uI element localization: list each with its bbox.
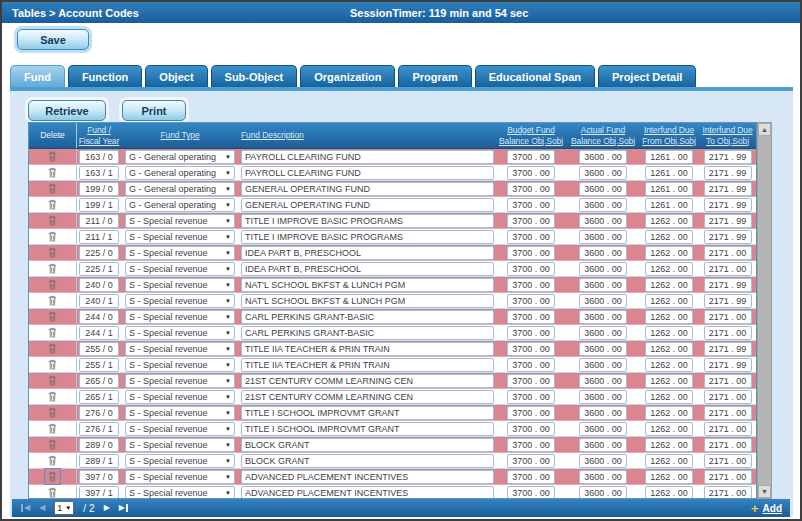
- column-header-label[interactable]: Fund Description: [241, 130, 304, 141]
- budget-fund-balance-input[interactable]: [507, 438, 555, 452]
- interfund-due-from-input[interactable]: [645, 294, 693, 308]
- fund-type-select[interactable]: S - Special revenue▼: [125, 262, 235, 276]
- delete-row-button[interactable]: [45, 325, 60, 340]
- column-header-label[interactable]: Fund / Fiscal Year: [79, 125, 119, 146]
- fund-type-select[interactable]: G - General operating▼: [125, 198, 235, 212]
- delete-row-button[interactable]: [45, 277, 60, 292]
- interfund-due-from-input[interactable]: [645, 438, 693, 452]
- interfund-due-from-input[interactable]: [645, 150, 693, 164]
- fund-fiscal-year-input[interactable]: [79, 326, 119, 340]
- interfund-due-to-input[interactable]: [704, 310, 752, 324]
- budget-fund-balance-input[interactable]: [507, 198, 555, 212]
- interfund-due-from-input[interactable]: [645, 326, 693, 340]
- fund-fiscal-year-input[interactable]: [79, 294, 119, 308]
- fund-type-select[interactable]: S - Special revenue▼: [125, 438, 235, 452]
- actual-fund-balance-input[interactable]: [579, 438, 627, 452]
- budget-fund-balance-input[interactable]: [507, 486, 555, 499]
- fund-fiscal-year-input[interactable]: [79, 406, 119, 420]
- interfund-due-from-input[interactable]: [645, 262, 693, 276]
- fund-description-input[interactable]: [241, 198, 494, 212]
- actual-fund-balance-input[interactable]: [579, 278, 627, 292]
- column-header-due_from[interactable]: Interfund Due From Obj.Sobj: [639, 123, 699, 148]
- fund-fiscal-year-input[interactable]: [79, 342, 119, 356]
- budget-fund-balance-input[interactable]: [507, 182, 555, 196]
- fund-fiscal-year-input[interactable]: [79, 390, 119, 404]
- interfund-due-to-input[interactable]: [704, 486, 752, 499]
- column-header-actual[interactable]: Actual Fund Balance Obj.Sobj: [567, 123, 639, 148]
- delete-row-button[interactable]: [45, 453, 60, 468]
- column-header-type[interactable]: Fund Type: [121, 123, 239, 148]
- fund-type-select[interactable]: S - Special revenue▼: [125, 214, 235, 228]
- fund-fiscal-year-input[interactable]: [79, 358, 119, 372]
- fund-description-input[interactable]: [241, 214, 494, 228]
- fund-type-select[interactable]: S - Special revenue▼: [125, 326, 235, 340]
- fund-description-input[interactable]: [241, 422, 494, 436]
- delete-row-button[interactable]: [45, 197, 60, 212]
- fund-fiscal-year-input[interactable]: [79, 422, 119, 436]
- fund-type-select[interactable]: S - Special revenue▼: [125, 374, 235, 388]
- last-page-button[interactable]: ▶: [119, 504, 129, 512]
- actual-fund-balance-input[interactable]: [579, 358, 627, 372]
- budget-fund-balance-input[interactable]: [507, 390, 555, 404]
- interfund-due-from-input[interactable]: [645, 246, 693, 260]
- interfund-due-to-input[interactable]: [704, 342, 752, 356]
- budget-fund-balance-input[interactable]: [507, 470, 555, 484]
- actual-fund-balance-input[interactable]: [579, 454, 627, 468]
- scroll-down-icon[interactable]: ▼: [758, 485, 771, 498]
- tab-organization[interactable]: Organization: [300, 65, 395, 87]
- tab-program[interactable]: Program: [398, 65, 471, 87]
- first-page-button[interactable]: ◀: [20, 504, 30, 512]
- interfund-due-from-input[interactable]: [645, 406, 693, 420]
- fund-type-select[interactable]: S - Special revenue▼: [125, 390, 235, 404]
- fund-type-select[interactable]: S - Special revenue▼: [125, 310, 235, 324]
- delete-row-button[interactable]: [45, 341, 60, 356]
- fund-type-select[interactable]: S - Special revenue▼: [125, 454, 235, 468]
- delete-row-button[interactable]: [45, 181, 60, 196]
- delete-row-button[interactable]: [45, 309, 60, 324]
- fund-fiscal-year-input[interactable]: [79, 262, 119, 276]
- add-row-button[interactable]: + Add: [751, 502, 782, 515]
- budget-fund-balance-input[interactable]: [507, 278, 555, 292]
- interfund-due-to-input[interactable]: [704, 390, 752, 404]
- fund-description-input[interactable]: [241, 326, 494, 340]
- retrieve-button[interactable]: Retrieve: [28, 100, 106, 121]
- fund-fiscal-year-input[interactable]: [79, 438, 119, 452]
- actual-fund-balance-input[interactable]: [579, 486, 627, 499]
- interfund-due-from-input[interactable]: [645, 390, 693, 404]
- fund-type-select[interactable]: G - General operating▼: [125, 150, 235, 164]
- fund-description-input[interactable]: [241, 294, 494, 308]
- fund-description-input[interactable]: [241, 374, 494, 388]
- fund-type-select[interactable]: G - General operating▼: [125, 182, 235, 196]
- interfund-due-to-input[interactable]: [704, 278, 752, 292]
- column-header-label[interactable]: Interfund Due To Obj.Sobj: [702, 125, 752, 146]
- fund-description-input[interactable]: [241, 150, 494, 164]
- fund-fiscal-year-input[interactable]: [79, 486, 119, 499]
- budget-fund-balance-input[interactable]: [507, 326, 555, 340]
- budget-fund-balance-input[interactable]: [507, 374, 555, 388]
- delete-row-button[interactable]: [45, 357, 60, 372]
- fund-type-select[interactable]: G - General operating▼: [125, 166, 235, 180]
- fund-fiscal-year-input[interactable]: [79, 454, 119, 468]
- actual-fund-balance-input[interactable]: [579, 150, 627, 164]
- delete-row-button[interactable]: [45, 485, 60, 498]
- delete-row-button[interactable]: [45, 245, 60, 260]
- fund-description-input[interactable]: [241, 182, 494, 196]
- interfund-due-to-input[interactable]: [704, 150, 752, 164]
- interfund-due-from-input[interactable]: [645, 310, 693, 324]
- budget-fund-balance-input[interactable]: [507, 262, 555, 276]
- budget-fund-balance-input[interactable]: [507, 166, 555, 180]
- interfund-due-to-input[interactable]: [704, 326, 752, 340]
- fund-description-input[interactable]: [241, 358, 494, 372]
- fund-description-input[interactable]: [241, 390, 494, 404]
- budget-fund-balance-input[interactable]: [507, 246, 555, 260]
- delete-row-button[interactable]: [45, 405, 60, 420]
- interfund-due-to-input[interactable]: [704, 182, 752, 196]
- actual-fund-balance-input[interactable]: [579, 294, 627, 308]
- interfund-due-from-input[interactable]: [645, 198, 693, 212]
- budget-fund-balance-input[interactable]: [507, 214, 555, 228]
- print-button[interactable]: Print: [122, 100, 186, 121]
- prev-page-button[interactable]: ◀: [39, 504, 45, 512]
- actual-fund-balance-input[interactable]: [579, 230, 627, 244]
- delete-row-button[interactable]: [45, 229, 60, 244]
- actual-fund-balance-input[interactable]: [579, 390, 627, 404]
